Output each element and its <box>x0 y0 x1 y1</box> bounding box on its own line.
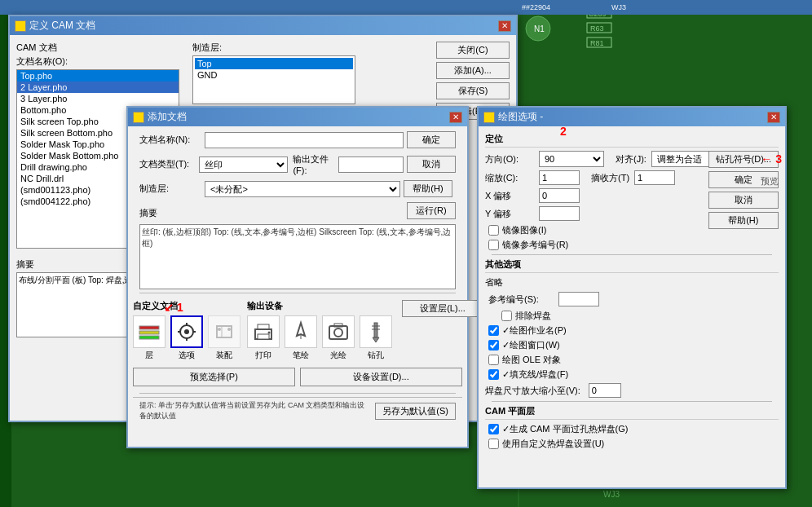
exclude-pads-checkbox[interactable] <box>501 311 512 321</box>
cam-dialog-titlebar: 定义 CAM 文档 ✕ <box>10 16 516 35</box>
doc-type-select[interactable]: 丝印 <box>199 157 289 173</box>
abbreviate-label: 省略 <box>485 276 534 289</box>
icon-assembly[interactable] <box>208 315 241 348</box>
cam-dialog-title: 定义 CAM 文档 <box>29 19 95 33</box>
btn-add[interactable]: 添加(A)... <box>436 62 510 79</box>
fill-line-checkbox[interactable] <box>488 369 499 380</box>
direction-label: 方向(O): <box>485 153 534 165</box>
list-item-3layer[interactable]: 3 Layer.pho <box>17 93 179 104</box>
mirror-ref-label: 镜像参考编号(R) <box>502 239 568 251</box>
add-doc-dialog: 添加文档 ✕ 文档名称(N): 确定 文档类型(T): 丝印 输出文件(F): … <box>126 106 469 448</box>
icon-group-assembly: 装配 <box>208 315 241 361</box>
shrink-label: 摘收方(T) <box>591 172 629 184</box>
mirror-ref-checkbox[interactable] <box>488 240 499 250</box>
btn-ok[interactable]: 确定 <box>407 131 456 148</box>
y-offset-input[interactable] <box>539 206 580 221</box>
mirror-image-label: 镜像图像(I) <box>502 224 546 236</box>
ref-num-input[interactable] <box>558 292 599 306</box>
svg-text:WJ3: WJ3 <box>611 3 626 11</box>
svg-rect-20 <box>139 331 159 334</box>
manufacture-list[interactable]: Top GND <box>192 55 355 104</box>
mirror-image-checkbox[interactable] <box>488 225 499 236</box>
doc-name-label: 文档名称(O): <box>16 55 179 68</box>
icon-group-photo: 光绘 <box>322 315 355 361</box>
btn-save[interactable]: 保存(S) <box>436 82 510 99</box>
list-item-2layer[interactable]: 2 Layer.pho <box>17 82 179 93</box>
btn-run[interactable]: 运行(R) <box>407 202 456 219</box>
draw-job-checkbox[interactable] <box>488 325 499 336</box>
x-offset-input[interactable] <box>539 188 580 203</box>
svg-point-23 <box>184 329 189 334</box>
output-file-label: 输出文件(F): <box>293 153 338 175</box>
icon-options[interactable] <box>170 315 203 348</box>
svg-rect-19 <box>139 326 159 329</box>
svg-rect-34 <box>258 334 269 339</box>
gen-cam-label: ✓生成 CAM 平面过孔热焊盘(G) <box>502 423 628 435</box>
fill-line-label: ✓填充线/焊盘(F) <box>502 368 568 381</box>
output-device-header: 输出设备 <box>247 300 392 312</box>
pad-size-label: 焊盘尺寸放大缩小至(V): <box>485 385 580 397</box>
doc-type-label: 文档类型(T): <box>139 158 199 170</box>
doc-name-field[interactable] <box>205 132 404 148</box>
doc-name-field-label: 文档名称(N): <box>139 134 205 146</box>
icon-photo-label: 光绘 <box>330 350 346 361</box>
icon-photo[interactable] <box>322 315 355 348</box>
icon-assembly-label: 装配 <box>216 350 232 361</box>
gen-cam-checkbox[interactable] <box>488 424 499 434</box>
btn-help[interactable]: 帮助(H) <box>404 180 452 197</box>
direction-select[interactable]: 90 0 180 270 <box>539 151 604 167</box>
scale-input[interactable] <box>539 170 580 185</box>
shrink-input[interactable] <box>634 170 675 185</box>
add-doc-titlebar: 添加文档 ✕ <box>128 108 467 126</box>
summary-field-label: 摘要 <box>139 207 205 219</box>
draw-ole-checkbox[interactable] <box>488 355 499 365</box>
icon-drill[interactable] <box>360 315 392 348</box>
svg-text:N1: N1 <box>534 24 545 33</box>
draw-options-close-btn[interactable]: ✕ <box>767 112 780 123</box>
icon-layer[interactable] <box>133 315 165 348</box>
svg-text:R63: R63 <box>590 24 604 33</box>
btn-preview-select[interactable]: 预览选择(P) <box>133 368 295 386</box>
draw-options-titlebar: 绘图选项 - ✕ <box>479 108 785 126</box>
svg-marker-42 <box>373 337 379 342</box>
cam-layer-title: CAM 平面层 <box>485 405 779 420</box>
manufacture-field-label: 制造层: <box>139 183 205 195</box>
cam-docs-label: CAM 文档 <box>16 42 179 54</box>
draw-window-label: ✓绘图窗口(W) <box>502 339 560 351</box>
icon-pen[interactable] <box>285 315 317 348</box>
btn-draw-help[interactable]: 帮助(H) <box>708 212 779 229</box>
btn-save-default[interactable]: 另存为默认值(S) <box>375 403 456 420</box>
custom-pad-checkbox[interactable] <box>488 439 499 449</box>
btn-close[interactable]: 关闭(C) <box>436 42 510 59</box>
svg-rect-16 <box>0 0 812 15</box>
draw-options-title: 绘图选项 - <box>498 110 543 124</box>
btn-set-layer[interactable]: 设置层(L)... <box>402 300 483 317</box>
cam-dialog-close-btn[interactable]: ✕ <box>498 20 511 32</box>
draw-ole-label: 绘图 OLE 对象 <box>502 354 561 366</box>
position-section-title: 定位 <box>485 133 779 148</box>
mfr-gnd[interactable]: GND <box>195 69 353 81</box>
draw-job-label: ✓绘图作业名(P) <box>502 324 567 337</box>
icon-options-label: 选项 <box>179 350 195 361</box>
draw-window-checkbox[interactable] <box>488 340 499 350</box>
svg-text:R81: R81 <box>590 39 604 47</box>
btn-draw-cancel[interactable]: 取消 <box>708 192 779 209</box>
icon-print[interactable] <box>247 315 280 348</box>
output-file-input[interactable] <box>338 157 404 173</box>
icon-group-options: 选项 <box>170 315 203 361</box>
btn-device-settings[interactable]: 设备设置(D)... <box>300 368 462 386</box>
align-label: 对齐(J): <box>616 153 647 165</box>
btn-cancel[interactable]: 取消 <box>407 156 456 173</box>
list-item-top-pho[interactable]: Top.pho <box>17 70 179 82</box>
mfr-top[interactable]: Top <box>195 58 353 69</box>
icon-print-label: 打印 <box>255 350 271 361</box>
btn-drill-symbol[interactable]: 钻孔符号(D)... <box>708 151 779 168</box>
add-doc-close-btn[interactable]: ✕ <box>449 112 462 123</box>
manufacture-select[interactable]: <未分配> <box>205 181 400 197</box>
svg-text:##22904: ##22904 <box>522 3 550 11</box>
y-offset-label: Y 偏移 <box>485 208 534 220</box>
pad-size-input[interactable] <box>589 383 621 398</box>
svg-rect-21 <box>139 336 159 339</box>
manufacture-label: 制造层: <box>192 42 430 54</box>
exclude-pads-label: 排除焊盘 <box>515 310 551 322</box>
